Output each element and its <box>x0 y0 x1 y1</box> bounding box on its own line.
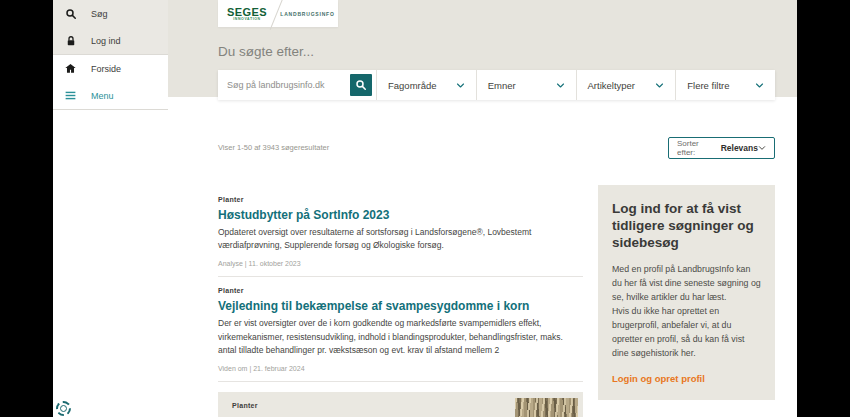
sort-label: Sorter efter: <box>677 139 716 157</box>
sidebar-item-login[interactable]: Log ind <box>53 27 168 54</box>
filter-label: Fagområde <box>388 80 437 91</box>
accessibility-widget-icon[interactable] <box>56 401 71 416</box>
filter-label: Emner <box>488 80 516 91</box>
chevron-down-icon <box>456 81 465 90</box>
result-description: Opdateret oversigt over resultaterne af … <box>218 226 583 252</box>
sidebar-item-label: Forside <box>91 64 121 74</box>
filter-dropdown-artikeltyper[interactable]: Artikeltyper <box>576 70 676 100</box>
results-list: Planter Høstudbytter på SortInfo 2023 Op… <box>218 196 583 417</box>
result-category: Planter <box>218 196 583 203</box>
chevron-down-icon <box>755 81 764 90</box>
sidebar-item-search[interactable]: Søg <box>53 0 168 27</box>
chevron-down-icon <box>556 81 565 90</box>
filter-dropdown-flere-filtre[interactable]: Flere filtre <box>675 70 775 100</box>
chevron-down-icon <box>758 144 766 152</box>
result-divider <box>218 381 583 382</box>
result-title-link[interactable]: Vejledning til bekæmpelse af svampesygdo… <box>218 299 583 313</box>
search-icon <box>355 79 367 91</box>
login-promo-box: Log ind for at få vist tidligere søgning… <box>598 185 775 400</box>
filter-label: Artikeltyper <box>588 80 636 91</box>
result-meta: Analyse | 11. oktober 2023 <box>218 260 583 267</box>
filter-dropdown-emner[interactable]: Emner <box>476 70 576 100</box>
result-item-featured[interactable]: Planter Tema: Dyrkningsvejledninger for … <box>218 392 583 417</box>
search-icon <box>64 7 77 20</box>
main-content: SEGES INNOVATION LANDBRUGSINFO Du søgte … <box>168 0 797 417</box>
result-meta: Viden om | 21. februar 2024 <box>218 365 583 372</box>
result-description: Der er vist oversigter over de i korn go… <box>218 317 583 357</box>
seges-wordmark: SEGES INNOVATION <box>218 7 276 21</box>
login-promo-text: Hvis du ikke har oprettet en brugerprofi… <box>612 304 761 360</box>
sidebar: Søg Log ind Forside Menu <box>53 0 168 417</box>
chevron-down-icon <box>655 81 664 90</box>
sidebar-item-home[interactable]: Forside <box>53 55 168 82</box>
wheat-field-photo <box>515 398 578 417</box>
search-filters: Fagområde Emner Artikeltyper Flere filtr… <box>376 70 775 100</box>
filter-label: Flere filtre <box>687 80 729 91</box>
search-heading: Du søgte efter... <box>218 44 314 59</box>
filter-dropdown-fagomraade[interactable]: Fagområde <box>376 70 476 100</box>
results-count: Viser 1-50 af 3943 søgeresultater <box>218 143 329 152</box>
seges-logo-text: SEGES <box>218 7 276 17</box>
login-promo-title: Log ind for at få vist tidligere søgning… <box>612 201 761 252</box>
sort-dropdown[interactable]: Sorter efter: Relevans <box>668 137 775 159</box>
result-category: Planter <box>218 287 583 294</box>
sidebar-item-label: Log ind <box>91 36 121 46</box>
search-button[interactable] <box>350 74 372 96</box>
login-create-profile-link[interactable]: Login og opret profil <box>612 373 705 384</box>
sidebar-item-menu[interactable]: Menu <box>53 82 168 109</box>
sidebar-item-label: Søg <box>91 9 108 19</box>
home-icon <box>64 62 77 75</box>
sidebar-item-label: Menu <box>91 91 114 101</box>
landbrugsinfo-wordmark: LANDBRUGSINFO <box>277 11 338 17</box>
search-input[interactable] <box>218 70 350 100</box>
seges-logo[interactable]: SEGES INNOVATION LANDBRUGSINFO <box>218 0 338 27</box>
lock-icon <box>64 34 77 47</box>
sort-value: Relevans <box>721 143 758 153</box>
menu-icon <box>64 89 77 102</box>
result-item: Planter Vejledning til bekæmpelse af sva… <box>218 287 583 382</box>
result-divider <box>218 276 583 277</box>
sidebar-divider <box>53 109 168 110</box>
login-promo-text: Med en profil på LandbrugsInfo kan du he… <box>612 262 761 304</box>
result-item: Planter Høstudbytter på SortInfo 2023 Op… <box>218 196 583 277</box>
result-title-link[interactable]: Høstudbytter på SortInfo 2023 <box>218 208 583 222</box>
search-bar: Fagområde Emner Artikeltyper Flere filtr… <box>218 70 775 100</box>
